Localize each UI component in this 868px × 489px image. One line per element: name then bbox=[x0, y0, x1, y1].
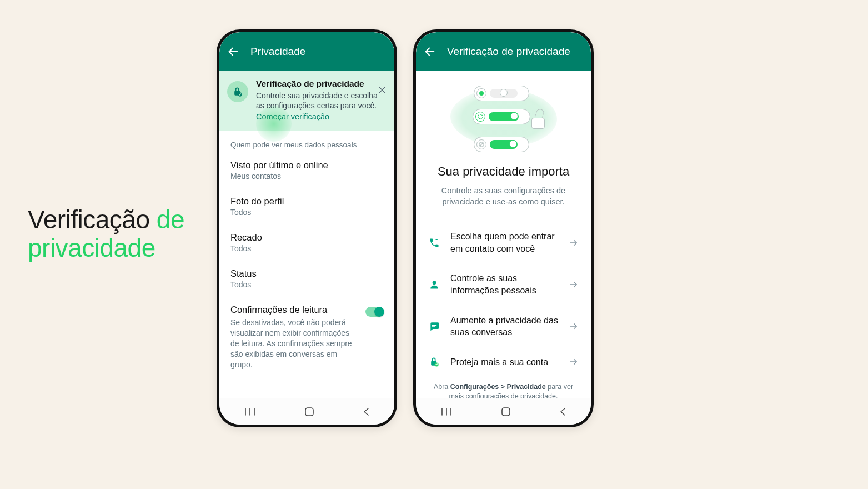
list-item-last-seen[interactable]: Visto por último e online Meus contatos bbox=[219, 152, 394, 188]
list-item-title: Confirmações de leitura bbox=[230, 305, 360, 315]
app-bar-title: Privacidade bbox=[250, 46, 305, 58]
list-item-title: Status bbox=[230, 268, 383, 279]
heading-word-1: Verificação bbox=[28, 205, 150, 234]
person-icon bbox=[429, 279, 440, 290]
svg-line-12 bbox=[480, 143, 483, 146]
checkup-scroll-area[interactable]: Sua privacidade importa Controle as suas… bbox=[416, 71, 591, 398]
svg-rect-16 bbox=[432, 325, 436, 326]
recents-icon bbox=[440, 407, 453, 417]
phone-mockup-checkup: Verificação de privacidade bbox=[413, 29, 594, 427]
list-item-read-receipts[interactable]: Confirmações de leitura Se desativadas, … bbox=[219, 297, 394, 375]
nav-back-button[interactable] bbox=[559, 407, 567, 417]
nav-recents-button[interactable] bbox=[440, 407, 453, 417]
svg-rect-25 bbox=[502, 408, 510, 416]
option-label: Aumente a privacidade das suas conversas bbox=[450, 315, 559, 338]
start-checkup-link[interactable]: Começar verificação bbox=[256, 112, 329, 121]
home-icon bbox=[304, 407, 314, 417]
chevron-right-icon bbox=[569, 238, 579, 248]
app-bar: Verificação de privacidade bbox=[416, 32, 591, 71]
chevron-left-icon bbox=[363, 407, 370, 417]
list-item-title: Foto do perfil bbox=[230, 196, 383, 207]
svg-point-14 bbox=[433, 281, 436, 285]
footnote-prefix: Abra bbox=[434, 383, 450, 391]
chevron-right-icon bbox=[569, 280, 579, 290]
banner-close-button[interactable] bbox=[378, 86, 387, 94]
svg-rect-8 bbox=[305, 408, 313, 416]
footnote: Abra Configurações > Privacidade para ve… bbox=[416, 377, 591, 398]
list-item-about[interactable]: Recado Todos bbox=[219, 224, 394, 261]
nav-home-button[interactable] bbox=[304, 407, 314, 417]
arrow-left-icon bbox=[424, 46, 436, 58]
hero-title: Sua privacidade importa bbox=[427, 164, 580, 179]
banner-content: Verificação de privacidade Controle sua … bbox=[256, 79, 387, 122]
divider bbox=[219, 387, 394, 387]
section-label-personal-info: Quem pode ver meus dados pessoais bbox=[219, 131, 394, 152]
list-item-profile-photo[interactable]: Foto do perfil Todos bbox=[219, 188, 394, 224]
option-account-protection[interactable]: Proteja mais a sua conta bbox=[416, 347, 591, 377]
phone-icon bbox=[429, 237, 440, 248]
privacy-checkup-banner[interactable]: Verificação de privacidade Controle sua … bbox=[219, 71, 394, 131]
lock-shield-icon bbox=[429, 356, 440, 367]
option-personal-info[interactable]: Controle as suas informações pessoais bbox=[416, 263, 591, 305]
banner-icon-wrap bbox=[227, 81, 248, 102]
chevron-left-icon bbox=[559, 407, 567, 417]
heading-word-2: de bbox=[157, 205, 184, 234]
chevron-right-icon bbox=[569, 321, 579, 331]
privacy-scroll-area[interactable]: Verificação de privacidade Controle sua … bbox=[219, 71, 394, 398]
svg-point-10 bbox=[478, 114, 483, 119]
list-item-subtitle: Todos bbox=[230, 208, 383, 217]
app-bar-title: Verificação de privacidade bbox=[447, 46, 570, 58]
option-label: Escolha quem pode entrar em contato com … bbox=[450, 231, 559, 255]
arrow-left-icon bbox=[227, 46, 239, 58]
page-heading: Verificação de privacidade bbox=[28, 206, 184, 262]
option-contact[interactable]: Escolha quem pode entrar em contato com … bbox=[416, 222, 591, 263]
recents-icon bbox=[244, 407, 256, 417]
phone-mockup-privacy: Privacidade Verificação de privacidade C… bbox=[217, 29, 397, 427]
list-item-subtitle: Todos bbox=[230, 280, 383, 289]
lock-check-icon bbox=[232, 86, 243, 97]
back-button[interactable] bbox=[424, 46, 436, 58]
back-button[interactable] bbox=[227, 46, 239, 58]
heading-word-3: privacidade bbox=[28, 233, 155, 262]
illustration-toggle bbox=[474, 86, 529, 101]
footnote-path: Configurações > Privacidade bbox=[450, 383, 546, 391]
nav-back-button[interactable] bbox=[363, 407, 370, 417]
chevron-right-icon bbox=[569, 357, 579, 367]
hero-description: Controle as suas configurações de privac… bbox=[427, 186, 580, 207]
chat-icon bbox=[429, 321, 440, 332]
list-item-title: Recado bbox=[230, 232, 383, 243]
illustration-lock bbox=[530, 110, 548, 129]
list-item-title: Visto por último e online bbox=[230, 160, 383, 171]
option-chat-privacy[interactable]: Aumente a privacidade das suas conversas bbox=[416, 306, 591, 347]
list-item-subtitle: Todos bbox=[230, 244, 383, 253]
nav-recents-button[interactable] bbox=[244, 407, 256, 417]
android-nav-bar bbox=[416, 398, 591, 425]
illustration-toggle bbox=[473, 109, 530, 124]
checkup-hero: Sua privacidade importa Controle as suas… bbox=[416, 71, 591, 222]
list-item-status[interactable]: Status Todos bbox=[219, 261, 394, 297]
read-receipts-toggle[interactable] bbox=[365, 307, 383, 317]
option-label: Controle as suas informações pessoais bbox=[450, 272, 559, 296]
home-icon bbox=[501, 407, 511, 417]
close-icon bbox=[378, 86, 387, 94]
hero-illustration bbox=[448, 86, 559, 152]
nav-home-button[interactable] bbox=[501, 407, 511, 417]
android-nav-bar bbox=[219, 398, 394, 425]
illustration-toggle bbox=[474, 137, 529, 152]
svg-rect-17 bbox=[432, 326, 435, 327]
banner-title: Verificação de privacidade bbox=[256, 79, 387, 89]
list-item-description: Se desativadas, você não poderá visualiz… bbox=[230, 317, 360, 370]
banner-description: Controle sua privacidade e escolha as co… bbox=[256, 91, 387, 111]
app-bar: Privacidade bbox=[219, 32, 394, 71]
list-item-subtitle: Meus contatos bbox=[230, 172, 383, 181]
option-label: Proteja mais a sua conta bbox=[450, 356, 559, 368]
